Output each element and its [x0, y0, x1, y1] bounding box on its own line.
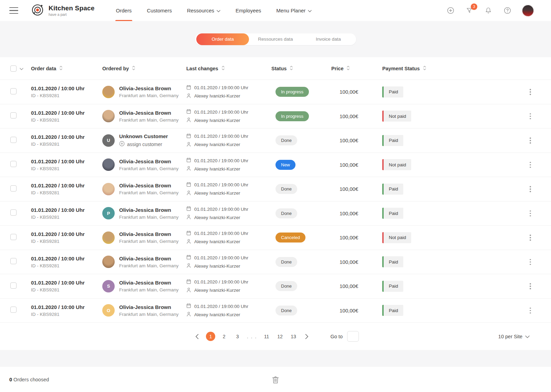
sort-icon[interactable]	[423, 65, 427, 72]
column-header-payment-status[interactable]: Payment Status	[382, 65, 520, 72]
order-date: 01.01.2020 / 10:00 Uhr	[31, 134, 102, 140]
order-price: 100,00€	[331, 113, 382, 119]
select-all-checkbox[interactable]	[10, 65, 17, 72]
sort-icon[interactable]	[132, 65, 136, 72]
row-menu-button[interactable]	[528, 208, 533, 219]
row-checkbox[interactable]	[10, 161, 17, 167]
help-button[interactable]	[503, 7, 511, 15]
table-row: 01.01.2020 / 10:00 Uhr ID - KBS9281 Oliv…	[0, 250, 551, 275]
column-header-ordered-by[interactable]: Ordered by	[102, 65, 186, 72]
last-change-user: Alexey Ivanizki-Kurzer	[194, 118, 240, 123]
tab-ressources-data[interactable]: Ressources data	[249, 33, 302, 45]
row-checkbox[interactable]	[10, 234, 17, 240]
table-body: 01.01.2020 / 10:00 Uhr ID - KBS9281 Oliv…	[0, 80, 551, 323]
sort-icon[interactable]	[289, 65, 293, 72]
sort-icon[interactable]	[346, 65, 350, 72]
last-change-user: Alexey Ivanizki-Kurzer	[194, 166, 240, 172]
row-menu-button[interactable]	[528, 111, 533, 122]
hamburger-menu-icon[interactable]	[9, 7, 18, 14]
column-header-price[interactable]: Price	[331, 65, 382, 72]
selected-orders-text: 0 Orders choosed	[9, 377, 49, 382]
column-header-status[interactable]: Status	[271, 65, 331, 72]
filter-button[interactable]: 3	[465, 7, 474, 15]
notifications-bell-icon[interactable]	[484, 7, 492, 15]
last-change-user: Alexey Ivanizki-Kurzer	[194, 190, 240, 196]
person-icon	[186, 239, 191, 245]
selected-count: 0	[9, 377, 12, 382]
row-checkbox[interactable]	[10, 88, 17, 94]
table-row: 01.01.2020 / 10:00 Uhr ID - KBS9281 Oliv…	[0, 177, 551, 202]
row-checkbox[interactable]	[10, 112, 17, 118]
page-button-12[interactable]: 12	[275, 332, 284, 341]
row-checkbox[interactable]	[10, 307, 17, 313]
row-menu-button[interactable]	[528, 257, 533, 267]
customer-name: Olivia-Jessica Brown	[119, 183, 179, 188]
nav-item-ressources[interactable]: Ressources	[187, 0, 220, 21]
order-id: ID - KBS9281	[31, 166, 102, 171]
order-id: ID - KBS9281	[31, 215, 102, 220]
last-change-date: 01.01.2020 / 19:00:00 Uhr	[194, 279, 248, 285]
row-checkbox[interactable]	[10, 209, 17, 216]
calendar-icon	[186, 182, 191, 188]
tab-invoice-data[interactable]: Invoice data	[302, 33, 355, 45]
order-price: 100,00€	[331, 235, 382, 240]
table-row: 01.01.2020 / 10:00 Uhr ID - KBS9281 Oliv…	[0, 226, 551, 250]
calendar-icon	[186, 157, 191, 164]
table-row: 01.01.2020 / 10:00 Uhr ID - KBS9281 Oliv…	[0, 104, 551, 129]
customer-avatar	[102, 110, 115, 122]
customer-name: Olivia-Jessica Brown	[119, 207, 179, 213]
prev-page-button[interactable]	[192, 332, 202, 341]
user-avatar[interactable]	[522, 5, 534, 17]
row-menu-button[interactable]	[528, 306, 533, 316]
last-change-date: 01.01.2020 / 19:00:00 Uhr	[194, 231, 248, 236]
row-menu-button[interactable]	[528, 160, 533, 170]
brand-tagline: have a part	[49, 12, 95, 17]
nav-item-customers[interactable]: Customers	[147, 0, 172, 21]
row-checkbox[interactable]	[10, 282, 17, 289]
order-price: 100,00€	[331, 186, 382, 192]
tab-order-data[interactable]: Order data	[196, 33, 249, 45]
page-button-2[interactable]: 2	[219, 332, 229, 341]
sort-icon[interactable]	[59, 65, 63, 72]
table-row: 01.01.2020 / 10:00 Uhr ID - KBS9281 P Ol…	[0, 202, 551, 226]
order-date: 01.01.2020 / 10:00 Uhr	[31, 158, 102, 164]
next-page-button[interactable]	[302, 332, 312, 341]
sort-icon[interactable]	[221, 65, 225, 72]
row-checkbox[interactable]	[10, 258, 17, 264]
column-header-last-changes[interactable]: Last changes	[186, 65, 271, 72]
delete-trash-button[interactable]	[270, 374, 281, 385]
column-header-order-data[interactable]: Order data	[31, 65, 102, 72]
row-checkbox[interactable]	[10, 137, 17, 143]
customer-avatar: S	[102, 280, 115, 292]
payment-status-badge: Paid	[382, 256, 403, 267]
add-button[interactable]	[446, 7, 455, 15]
row-menu-button[interactable]	[528, 87, 533, 97]
page-button-11[interactable]: 11	[262, 332, 271, 341]
page-button-13[interactable]: 13	[289, 332, 298, 341]
row-menu-button[interactable]	[528, 135, 533, 146]
row-menu-button[interactable]	[528, 281, 533, 291]
nav-item-employees[interactable]: Employees	[236, 0, 261, 21]
page-button-3[interactable]: 3	[233, 332, 242, 341]
last-change-date: 01.01.2020 / 19:00:00 Uhr	[194, 304, 248, 309]
row-checkbox[interactable]	[10, 185, 17, 192]
customer-avatar	[102, 183, 115, 195]
select-all-chevron-icon[interactable]	[20, 65, 23, 72]
last-change-user: Alexey Ivanizki-Kurzer	[194, 312, 240, 317]
payment-status-badge: Paid	[382, 305, 403, 316]
page-button-1[interactable]: 1	[206, 332, 215, 341]
row-menu-button[interactable]	[528, 184, 533, 194]
table-row: 01.01.2020 / 10:00 Uhr ID - KBS9281 Oliv…	[0, 80, 551, 104]
per-page-select[interactable]: 10 per Site	[498, 334, 530, 339]
nav-item-menu-planer[interactable]: Menu Planer	[276, 0, 312, 21]
assign-customer-button[interactable]: assign customer	[119, 141, 168, 147]
customer-location: Frankfurt am Main, Germany	[119, 190, 179, 195]
row-menu-button[interactable]	[528, 233, 533, 243]
last-change-date: 01.01.2020 / 19:00:00 Uhr	[194, 134, 248, 139]
goto-page-input[interactable]	[347, 331, 359, 342]
order-id: ID - KBS9281	[31, 142, 102, 147]
nav-item-orders[interactable]: Orders	[116, 0, 132, 21]
payment-status-badge: Paid	[382, 86, 403, 97]
order-id: ID - KBS9281	[31, 239, 102, 244]
data-tabs: Order dataRessources dataInvoice data	[195, 33, 356, 45]
